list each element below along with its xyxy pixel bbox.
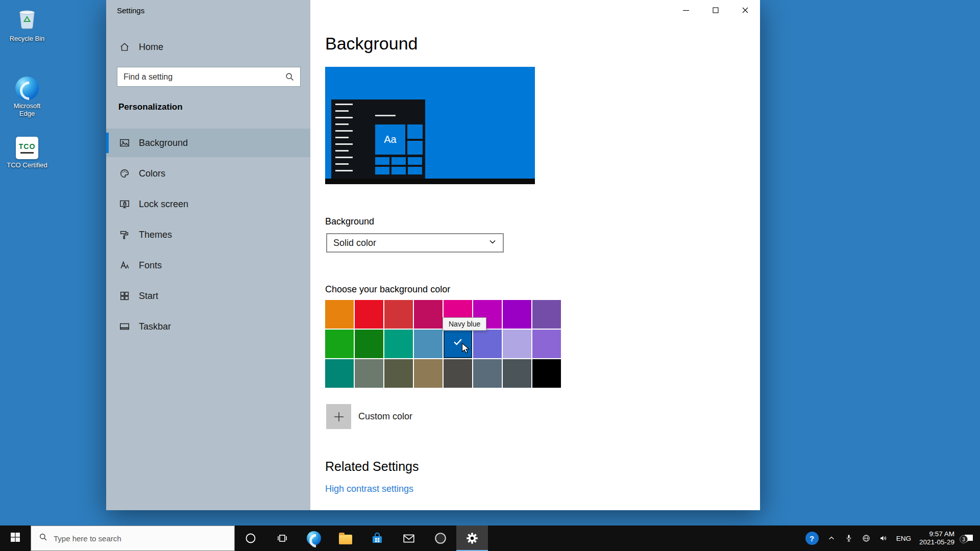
settings-search-box[interactable] — [117, 67, 301, 87]
preview-tile — [407, 141, 423, 155]
taskbar-search-input[interactable] — [54, 534, 207, 543]
sidebar-item-label: Background — [139, 138, 188, 148]
tco-logo-bar — [20, 152, 34, 154]
volume-icon[interactable] — [879, 534, 888, 543]
custom-color-button[interactable]: Custom color — [326, 404, 412, 429]
clock[interactable]: 9:57 AM 2021-05-29 — [919, 530, 954, 546]
action-center-icon[interactable]: 3 — [963, 532, 975, 544]
desktop-icon-label: TCO Certified — [7, 162, 47, 169]
search-icon — [38, 532, 48, 544]
sidebar-item-taskbar[interactable]: Taskbar — [106, 312, 310, 341]
settings-taskbar-icon[interactable] — [456, 525, 488, 551]
sidebar-item-label: Fonts — [139, 260, 162, 271]
preview-small-tiles — [375, 157, 422, 174]
taskbar-settings-icon — [118, 320, 131, 333]
color-swatch-19[interactable] — [384, 359, 413, 388]
preview-menu-lines — [335, 104, 353, 171]
desktop-icon-label: Microsoft Edge — [9, 103, 45, 118]
sidebar-item-label: Home — [139, 42, 163, 53]
sidebar-item-label: Colors — [139, 168, 165, 179]
settings-sidebar: Settings Home Personalization — [106, 0, 310, 510]
maximize-button[interactable] — [701, 0, 730, 20]
color-swatch-23[interactable] — [503, 359, 531, 388]
settings-search-input[interactable] — [117, 72, 279, 82]
color-swatch-2[interactable] — [355, 300, 383, 329]
folder-icon — [339, 535, 352, 544]
high-contrast-link[interactable]: High contrast settings — [325, 484, 413, 494]
color-swatch-24[interactable] — [532, 359, 561, 388]
background-type-dropdown[interactable]: Solid color — [326, 233, 504, 253]
windows-logo-icon — [10, 532, 20, 544]
themes-icon — [118, 229, 131, 241]
color-swatch-20[interactable] — [414, 359, 443, 388]
sidebar-item-start[interactable]: Start — [106, 282, 310, 310]
desktop-icon-tco-certified[interactable]: TCO TCO Certified — [5, 137, 49, 169]
sidebar-nav-list: Background Colors Lock screen — [106, 129, 310, 343]
mouse-cursor — [461, 343, 472, 354]
color-swatch-1[interactable] — [325, 300, 354, 329]
chevron-down-icon — [488, 238, 497, 248]
color-swatch-15[interactable] — [503, 330, 531, 358]
color-swatch-4[interactable] — [414, 300, 443, 329]
color-swatch-21[interactable] — [444, 359, 472, 388]
color-swatch-3[interactable] — [384, 300, 413, 329]
app-circle-icon[interactable] — [425, 525, 456, 551]
sidebar-item-label: Start — [139, 291, 158, 302]
mail-icon[interactable] — [393, 525, 425, 551]
task-view-button[interactable] — [266, 525, 298, 551]
desktop-icon-recycle-bin[interactable]: Recycle Bin — [5, 6, 49, 43]
related-settings-title: Related Settings — [325, 459, 419, 474]
store-icon[interactable] — [361, 525, 393, 551]
color-swatch-18[interactable] — [355, 359, 383, 388]
sidebar-item-themes[interactable]: Themes — [106, 220, 310, 249]
sidebar-item-home[interactable]: Home — [106, 36, 310, 58]
sidebar-item-colors[interactable]: Colors — [106, 159, 310, 188]
taskbar-search-box[interactable] — [31, 525, 235, 551]
plus-icon — [326, 404, 351, 429]
minimize-button[interactable] — [671, 0, 701, 20]
color-swatch-14[interactable] — [473, 330, 502, 358]
color-swatch-8[interactable] — [532, 300, 561, 329]
settings-main-pane: Background Aa — [310, 0, 760, 510]
help-icon[interactable]: ? — [805, 532, 819, 545]
tco-logo-text: TCO — [19, 142, 36, 151]
color-swatch-11[interactable] — [384, 330, 413, 358]
clock-date: 2021-05-29 — [919, 538, 954, 546]
color-swatch-12[interactable] — [414, 330, 443, 358]
desktop-icon-microsoft-edge[interactable]: Microsoft Edge — [5, 77, 49, 118]
taskbar: ? ENG 9:57 AM 2021-05-29 3 — [0, 525, 980, 551]
color-swatch-16[interactable] — [532, 330, 561, 358]
file-explorer-icon[interactable] — [330, 525, 361, 551]
sidebar-item-background[interactable]: Background — [106, 129, 310, 157]
background-dropdown-label: Background — [325, 216, 374, 227]
system-tray: ? ENG 9:57 AM 2021-05-29 3 — [805, 525, 980, 551]
tray-chevron-up-icon[interactable] — [827, 534, 836, 543]
colors-icon — [118, 167, 131, 180]
edge-icon — [15, 77, 39, 100]
edge-taskbar-icon[interactable] — [298, 525, 330, 551]
preview-taskbar — [325, 179, 535, 184]
sidebar-item-lock-screen[interactable]: Lock screen — [106, 190, 310, 218]
cortana-button[interactable] — [235, 525, 266, 551]
sidebar-item-fonts[interactable]: Fonts — [106, 251, 310, 280]
color-grid — [325, 300, 570, 388]
color-swatch-9[interactable] — [325, 330, 354, 358]
preview-aa-tile: Aa — [375, 124, 405, 155]
microphone-icon[interactable] — [844, 534, 853, 543]
desktop-icon-label: Recycle Bin — [10, 35, 45, 43]
start-icon — [118, 290, 131, 302]
network-icon[interactable] — [862, 534, 871, 543]
color-swatch-17[interactable] — [325, 359, 354, 388]
sidebar-item-label: Taskbar — [139, 321, 171, 332]
language-indicator[interactable]: ENG — [896, 535, 911, 542]
start-button[interactable] — [0, 525, 31, 551]
preview-tile — [407, 124, 423, 139]
color-swatch-10[interactable] — [355, 330, 383, 358]
selected-indicator — [106, 133, 109, 153]
window-title: Settings — [117, 6, 144, 15]
home-icon — [118, 41, 131, 53]
color-swatch-22[interactable] — [473, 359, 502, 388]
color-swatch-7[interactable] — [503, 300, 531, 329]
close-button[interactable] — [730, 0, 760, 20]
color-tooltip: Navy blue — [443, 317, 486, 331]
